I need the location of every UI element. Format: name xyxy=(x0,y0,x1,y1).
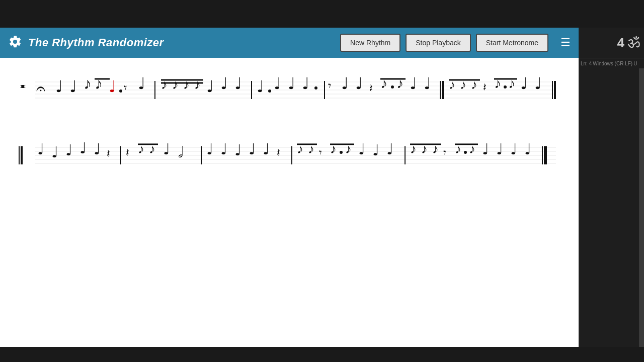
svg-text:♩: ♩ xyxy=(206,77,214,96)
svg-text:♩: ♩ xyxy=(524,141,531,157)
staff-notation-2: ♩ ♩ ♩ ♩ ♩ 𝄽 𝄽 ♪ ♪ ♩ xyxy=(15,133,558,173)
toolbar-title-group: The Rhythm Randomizer xyxy=(8,35,332,51)
scrollbar[interactable] xyxy=(639,68,644,347)
svg-text:♩: ♩ xyxy=(341,74,349,93)
svg-point-13 xyxy=(119,89,122,93)
music-staff-row-2: ♩ ♩ ♩ ♩ ♩ 𝄽 𝄽 ♪ ♪ ♩ xyxy=(15,133,564,173)
svg-text:♩: ♩ xyxy=(234,74,242,93)
main-wrapper: The Rhythm Randomizer New Rhythm Stop Pl… xyxy=(0,28,644,347)
right-panel-status-bar: Ln: 4 Windows (CR LF) U xyxy=(579,58,644,68)
svg-text:𝄾: 𝄾 xyxy=(124,85,127,90)
svg-text:♩: ♩ xyxy=(206,141,213,157)
svg-text:𝄾: 𝄾 xyxy=(443,150,446,155)
svg-text:♩: ♩ xyxy=(249,141,256,157)
svg-text:♩: ♩ xyxy=(510,141,517,157)
col-info: U xyxy=(633,61,637,66)
svg-text:♩: ♩ xyxy=(482,141,489,157)
svg-text:♩: ♩ xyxy=(424,74,431,93)
svg-point-28 xyxy=(268,89,271,93)
svg-text:♩: ♩ xyxy=(534,74,542,93)
svg-text:♩: ♩ xyxy=(386,141,393,157)
app-title: The Rhythm Randomizer xyxy=(28,36,164,49)
svg-text:♩: ♩ xyxy=(79,140,87,156)
svg-point-32 xyxy=(314,86,317,89)
toolbar-buttons: New Rhythm Stop Playback Start Metronome xyxy=(340,34,548,52)
svg-text:♩: ♩ xyxy=(274,74,281,93)
svg-text:♩: ♩ xyxy=(37,141,44,157)
encoding-info: Windows (CR LF) xyxy=(593,61,632,66)
svg-text:𝄾: 𝄾 xyxy=(319,150,322,155)
svg-text:♩: ♩ xyxy=(51,144,58,160)
svg-text:𝄽: 𝄽 xyxy=(370,84,372,92)
svg-text:♩: ♩ xyxy=(288,74,295,93)
svg-text:♩: ♩ xyxy=(220,74,228,93)
svg-text:♩: ♩ xyxy=(55,77,63,96)
svg-text:♩: ♩ xyxy=(94,141,101,157)
start-metronome-button[interactable]: Start Metronome xyxy=(476,34,548,52)
bottom-black-bar xyxy=(0,347,644,362)
staff-notation-1: 𝄺 𝄐 ♩ ♩ ♪ ♪ ♩ 𝄾 xyxy=(15,68,558,108)
svg-text:♩: ♩ xyxy=(163,141,170,157)
right-panel-content xyxy=(579,68,644,347)
svg-text:♩: ♩ xyxy=(358,141,365,157)
svg-text:♩: ♩ xyxy=(302,74,309,93)
svg-text:♩: ♩ xyxy=(138,74,145,93)
music-staff-row-1: 𝄺 𝄐 ♩ ♩ ♪ ♪ ♩ 𝄾 xyxy=(15,68,564,108)
svg-text:𝄺: 𝄺 xyxy=(20,80,26,96)
svg-text:♩: ♩ xyxy=(263,141,270,157)
svg-text:♩: ♩ xyxy=(496,141,503,157)
svg-point-105 xyxy=(464,151,467,154)
svg-point-52 xyxy=(504,85,507,88)
svg-text:♩: ♩ xyxy=(220,141,227,157)
svg-text:♩: ♩ xyxy=(355,74,363,93)
svg-text:♪: ♪ xyxy=(396,75,404,91)
svg-point-39 xyxy=(391,85,394,88)
svg-text:♩: ♩ xyxy=(257,77,264,96)
new-rhythm-button[interactable]: New Rhythm xyxy=(340,34,400,52)
svg-text:♩: ♩ xyxy=(65,142,72,158)
svg-text:♪: ♪ xyxy=(95,74,103,93)
line-info: Ln: 4 xyxy=(581,61,592,66)
svg-text:♪: ♪ xyxy=(508,75,515,91)
svg-text:𝄽: 𝄽 xyxy=(126,149,129,156)
hamburger-icon[interactable]: ☰ xyxy=(560,36,571,49)
right-panel: 4 ॐ Ln: 4 Windows (CR LF) U xyxy=(579,28,644,347)
gear-icon[interactable] xyxy=(8,35,22,51)
right-panel-number: 4 xyxy=(617,35,624,51)
right-panel-top: 4 ॐ xyxy=(579,28,644,58)
svg-text:♩: ♩ xyxy=(69,77,77,96)
svg-text:𝄽: 𝄽 xyxy=(277,149,280,156)
stop-playback-button[interactable]: Stop Playback xyxy=(406,34,471,52)
svg-text:♪: ♪ xyxy=(380,75,387,91)
right-panel-om-symbol: ॐ xyxy=(627,34,640,52)
svg-text:𝄐: 𝄐 xyxy=(36,79,45,98)
svg-text:♪: ♪ xyxy=(84,74,92,93)
svg-text:♩: ♩ xyxy=(109,77,116,96)
svg-text:♩: ♩ xyxy=(520,74,528,93)
svg-text:♩: ♩ xyxy=(234,142,242,158)
top-black-bar xyxy=(0,0,644,28)
svg-text:♪: ♪ xyxy=(494,75,501,91)
svg-text:𝄽: 𝄽 xyxy=(107,150,110,157)
svg-text:𝄽: 𝄽 xyxy=(484,83,486,90)
toolbar: The Rhythm Randomizer New Rhythm Stop Pl… xyxy=(0,28,579,58)
svg-text:♩: ♩ xyxy=(410,74,417,93)
svg-point-92 xyxy=(340,151,343,154)
music-area: 𝄺 𝄐 ♩ ♩ ♪ ♪ ♩ 𝄾 xyxy=(0,58,579,347)
left-panel: The Rhythm Randomizer New Rhythm Stop Pl… xyxy=(0,28,579,347)
svg-text:♩: ♩ xyxy=(372,142,379,158)
